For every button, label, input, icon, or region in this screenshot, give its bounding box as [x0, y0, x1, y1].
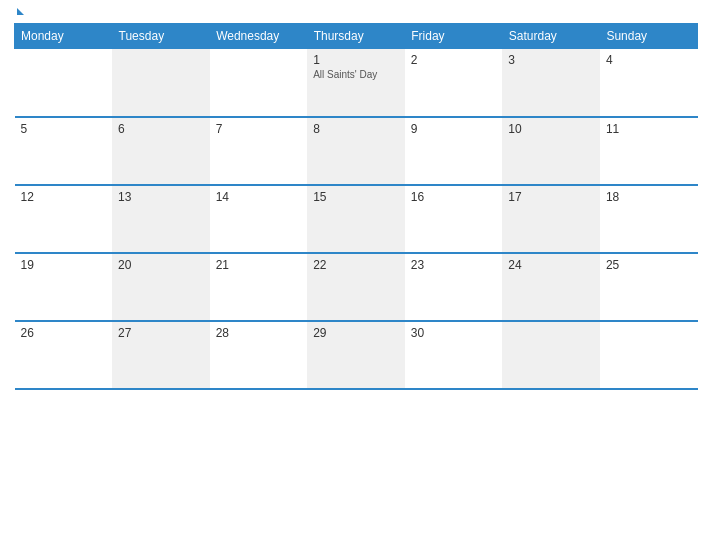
- weekday-header-wednesday: Wednesday: [210, 24, 308, 49]
- calendar-cell: 28: [210, 321, 308, 389]
- day-number: 24: [508, 258, 594, 272]
- calendar-cell: [112, 49, 210, 117]
- day-number: 22: [313, 258, 399, 272]
- day-number: 4: [606, 53, 692, 67]
- weekday-header-row: MondayTuesdayWednesdayThursdayFridaySatu…: [15, 24, 698, 49]
- day-number: 21: [216, 258, 302, 272]
- calendar-cell: 12: [15, 185, 113, 253]
- weekday-header-monday: Monday: [15, 24, 113, 49]
- calendar-cell: [600, 321, 698, 389]
- calendar-cell: 2: [405, 49, 503, 117]
- day-number: 7: [216, 122, 302, 136]
- day-number: 30: [411, 326, 497, 340]
- calendar-cell: 25: [600, 253, 698, 321]
- day-number: 2: [411, 53, 497, 67]
- calendar-cell: [502, 321, 600, 389]
- day-number: 10: [508, 122, 594, 136]
- calendar-cell: 13: [112, 185, 210, 253]
- calendar-cell: [15, 49, 113, 117]
- calendar-cell: 16: [405, 185, 503, 253]
- calendar-cell: 22: [307, 253, 405, 321]
- weekday-header-thursday: Thursday: [307, 24, 405, 49]
- day-number: 6: [118, 122, 204, 136]
- calendar-cell: 19: [15, 253, 113, 321]
- calendar-cell: 15: [307, 185, 405, 253]
- calendar-cell: 14: [210, 185, 308, 253]
- calendar-cell: 18: [600, 185, 698, 253]
- day-number: 3: [508, 53, 594, 67]
- logo-triangle-icon: [17, 8, 24, 15]
- calendar-week-row: 567891011: [15, 117, 698, 185]
- day-number: 5: [21, 122, 107, 136]
- calendar-cell: 1All Saints' Day: [307, 49, 405, 117]
- calendar-cell: 23: [405, 253, 503, 321]
- calendar-table: MondayTuesdayWednesdayThursdayFridaySatu…: [14, 23, 698, 390]
- calendar-week-row: 19202122232425: [15, 253, 698, 321]
- calendar-cell: 4: [600, 49, 698, 117]
- page: MondayTuesdayWednesdayThursdayFridaySatu…: [0, 0, 712, 550]
- calendar-cell: [210, 49, 308, 117]
- day-number: 25: [606, 258, 692, 272]
- calendar-cell: 11: [600, 117, 698, 185]
- day-number: 15: [313, 190, 399, 204]
- calendar-cell: 5: [15, 117, 113, 185]
- day-number: 20: [118, 258, 204, 272]
- day-number: 19: [21, 258, 107, 272]
- calendar-cell: 21: [210, 253, 308, 321]
- day-number: 8: [313, 122, 399, 136]
- day-number: 29: [313, 326, 399, 340]
- calendar-week-row: 2627282930: [15, 321, 698, 389]
- day-number: 12: [21, 190, 107, 204]
- day-number: 17: [508, 190, 594, 204]
- calendar-cell: 26: [15, 321, 113, 389]
- calendar-cell: 20: [112, 253, 210, 321]
- calendar-cell: 6: [112, 117, 210, 185]
- weekday-header-friday: Friday: [405, 24, 503, 49]
- calendar-cell: 3: [502, 49, 600, 117]
- calendar-cell: 8: [307, 117, 405, 185]
- day-number: 13: [118, 190, 204, 204]
- calendar-cell: 9: [405, 117, 503, 185]
- calendar-cell: 17: [502, 185, 600, 253]
- day-number: 26: [21, 326, 107, 340]
- day-number: 28: [216, 326, 302, 340]
- calendar-cell: 27: [112, 321, 210, 389]
- calendar-cell: 30: [405, 321, 503, 389]
- weekday-header-tuesday: Tuesday: [112, 24, 210, 49]
- calendar-body: 1All Saints' Day234567891011121314151617…: [15, 49, 698, 389]
- day-number: 23: [411, 258, 497, 272]
- calendar-cell: 10: [502, 117, 600, 185]
- day-event: All Saints' Day: [313, 69, 399, 80]
- day-number: 11: [606, 122, 692, 136]
- day-number: 16: [411, 190, 497, 204]
- header: [14, 10, 698, 15]
- calendar-week-row: 1All Saints' Day234: [15, 49, 698, 117]
- logo: [14, 10, 24, 15]
- weekday-header-saturday: Saturday: [502, 24, 600, 49]
- day-number: 9: [411, 122, 497, 136]
- calendar-cell: 24: [502, 253, 600, 321]
- calendar-cell: 7: [210, 117, 308, 185]
- logo-blue-row: [14, 10, 24, 15]
- day-number: 27: [118, 326, 204, 340]
- day-number: 14: [216, 190, 302, 204]
- calendar-week-row: 12131415161718: [15, 185, 698, 253]
- calendar-header: MondayTuesdayWednesdayThursdayFridaySatu…: [15, 24, 698, 49]
- day-number: 18: [606, 190, 692, 204]
- calendar-cell: 29: [307, 321, 405, 389]
- day-number: 1: [313, 53, 399, 67]
- weekday-header-sunday: Sunday: [600, 24, 698, 49]
